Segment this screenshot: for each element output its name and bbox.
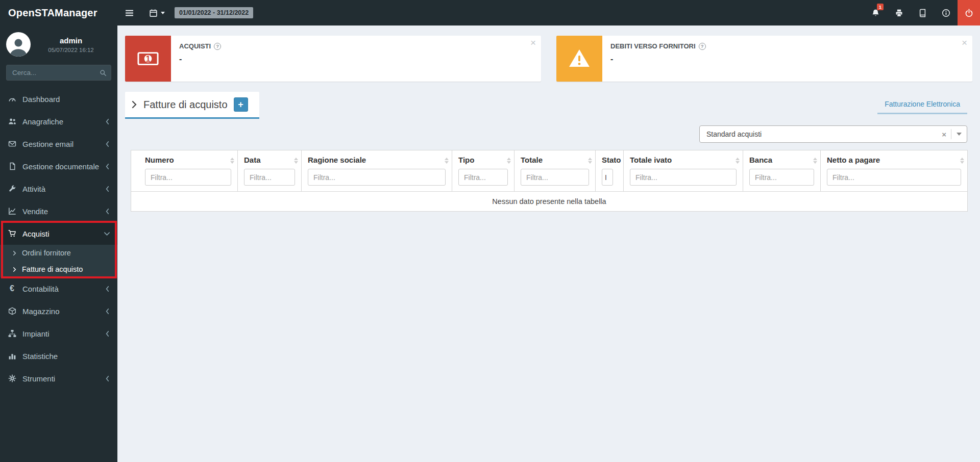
view-select-value: Standard acquisti xyxy=(700,130,937,138)
warning-icon xyxy=(556,36,602,82)
filter-input-banca[interactable] xyxy=(749,169,814,186)
sidebar-item-dashboard[interactable]: Dashboard xyxy=(0,88,117,110)
sidebar-toggle-button[interactable] xyxy=(117,0,141,25)
chevron-down-icon xyxy=(104,231,110,237)
power-icon xyxy=(965,9,973,17)
sort-icon[interactable] xyxy=(230,158,234,164)
sort-icon[interactable] xyxy=(736,158,740,164)
hamburger-icon xyxy=(125,9,134,17)
avatar[interactable] xyxy=(6,32,31,57)
logout-button[interactable] xyxy=(958,0,980,25)
view-select[interactable]: Standard acquisti × xyxy=(699,125,967,143)
submenu-item-fatture-di-acquisto[interactable]: Fatture di acquisto xyxy=(0,261,117,277)
column-header[interactable]: Stato xyxy=(602,156,617,164)
close-icon[interactable]: × xyxy=(530,38,536,47)
sidebar-group-acquisti: Acquisti Ordini fornitore Fatture di acq xyxy=(0,222,117,277)
sort-icon[interactable] xyxy=(960,158,964,164)
info-icon xyxy=(942,9,950,17)
column-totale-ivato: Totale ivato xyxy=(624,150,743,192)
manual-button[interactable] xyxy=(911,0,934,25)
sidebar-search xyxy=(6,65,111,81)
wrench-icon xyxy=(7,185,17,193)
sidebar-item-gestione-email[interactable]: Gestione email xyxy=(0,133,117,155)
filter-input-data[interactable] xyxy=(244,169,295,186)
bar-chart-icon xyxy=(7,352,17,360)
user-datetime: 05/07/2022 16:12 xyxy=(31,47,111,53)
chevron-left-icon xyxy=(105,186,110,192)
user-panel: admin 05/07/2022 16:12 xyxy=(0,25,117,62)
infobox-label: ACQUISTI ? xyxy=(179,42,221,50)
notifications-button[interactable]: 1 xyxy=(864,0,887,25)
sidebar-item-gestione-documentale[interactable]: Gestione documentale xyxy=(0,155,117,177)
filter-input-tipo[interactable] xyxy=(458,169,508,186)
print-button[interactable] xyxy=(887,0,911,25)
invoices-table-wrap: Numero Data Ragione sociale xyxy=(131,150,972,212)
chevron-left-icon xyxy=(105,308,110,315)
sidebar-item-anagrafiche[interactable]: Anagrafiche xyxy=(0,110,117,133)
sidebar: admin 05/07/2022 16:12 Dashboard Anagraf… xyxy=(0,25,117,462)
sidebar-item-strumenti[interactable]: Strumenti xyxy=(0,367,117,390)
sort-icon[interactable] xyxy=(588,158,592,164)
tab-fatture-di-acquisto[interactable]: Fatture di acquisto + xyxy=(125,92,259,119)
sidebar-item-impianti[interactable]: Impianti xyxy=(0,322,117,345)
close-icon[interactable]: × xyxy=(962,38,967,47)
search-button[interactable] xyxy=(96,66,110,80)
chevron-left-icon xyxy=(105,286,110,292)
column-header[interactable]: Netto a pagare xyxy=(827,156,961,164)
tab-fatturazione-elettronica[interactable]: Fatturazione Elettronica xyxy=(877,97,967,114)
help-icon[interactable]: ? xyxy=(214,43,221,50)
column-header[interactable]: Tipo xyxy=(458,156,508,164)
user-name: admin xyxy=(31,36,111,45)
info-button[interactable] xyxy=(934,0,958,25)
column-header[interactable]: Totale xyxy=(521,156,589,164)
filter-input-stato[interactable] xyxy=(602,169,613,186)
printer-icon xyxy=(895,9,903,17)
date-range-badge[interactable]: 01/01/2022 - 31/12/2022 xyxy=(175,7,253,18)
notification-count-badge: 1 xyxy=(877,4,884,10)
chevron-left-icon xyxy=(105,330,110,337)
filter-input-numero[interactable] xyxy=(145,169,231,186)
chevron-right-icon xyxy=(131,100,137,109)
submenu-item-ordini-fornitore[interactable]: Ordini fornitore xyxy=(0,245,117,261)
column-totale: Totale xyxy=(514,150,596,192)
column-header[interactable]: Ragione sociale xyxy=(308,156,446,164)
empty-table-row: Nessun dato presente nella tabella xyxy=(131,192,968,212)
sort-icon[interactable] xyxy=(813,158,817,164)
sidebar-item-contabilita[interactable]: € Contabilità xyxy=(0,277,117,300)
sort-icon[interactable] xyxy=(507,158,511,164)
column-banca: Banca xyxy=(743,150,821,192)
filter-input-totale[interactable] xyxy=(521,169,589,186)
sort-icon[interactable] xyxy=(294,158,298,164)
users-icon xyxy=(7,117,17,125)
navbar-spacer xyxy=(253,0,864,25)
sidebar-item-attivita[interactable]: Attività xyxy=(0,177,117,200)
chevron-down-icon[interactable] xyxy=(951,133,967,136)
tabs-row: Fatture di acquisto + Fatturazione Elett… xyxy=(125,92,972,120)
shopping-cart-icon xyxy=(7,229,17,238)
sort-icon[interactable] xyxy=(445,158,449,164)
infobox-acquisti: 1 ACQUISTI ? - × xyxy=(125,36,541,82)
invoices-table: Numero Data Ragione sociale xyxy=(131,150,968,212)
sidebar-item-statistiche[interactable]: Statistiche xyxy=(0,345,117,367)
info-boxes-row: 1 ACQUISTI ? - × DEBITI VERSO FORNITORI … xyxy=(125,36,972,82)
book-icon xyxy=(918,9,927,17)
column-header[interactable]: Numero xyxy=(145,156,231,164)
clear-icon[interactable]: × xyxy=(937,130,951,139)
column-header[interactable]: Totale ivato xyxy=(630,156,737,164)
filter-input-ragione-sociale[interactable] xyxy=(308,169,446,186)
sidebar-item-vendite[interactable]: Vendite xyxy=(0,200,117,222)
sidebar-item-acquisti[interactable]: Acquisti xyxy=(0,222,117,245)
gear-icon xyxy=(7,374,17,382)
date-range-picker-button[interactable] xyxy=(141,0,173,25)
filter-input-netto-a-pagare[interactable] xyxy=(827,169,961,186)
sidebar-item-magazzino[interactable]: Magazzino xyxy=(0,300,117,322)
main-content: 1 ACQUISTI ? - × DEBITI VERSO FORNITORI … xyxy=(117,25,980,462)
filter-input-totale-ivato[interactable] xyxy=(630,169,737,186)
column-header[interactable]: Data xyxy=(244,156,295,164)
help-icon[interactable]: ? xyxy=(699,43,706,50)
infobox-content: ACQUISTI ? - xyxy=(171,36,229,82)
add-invoice-button[interactable]: + xyxy=(234,97,248,112)
column-header[interactable]: Banca xyxy=(749,156,814,164)
column-data: Data xyxy=(238,150,302,192)
app-logo[interactable]: OpenSTAManager xyxy=(0,0,117,25)
